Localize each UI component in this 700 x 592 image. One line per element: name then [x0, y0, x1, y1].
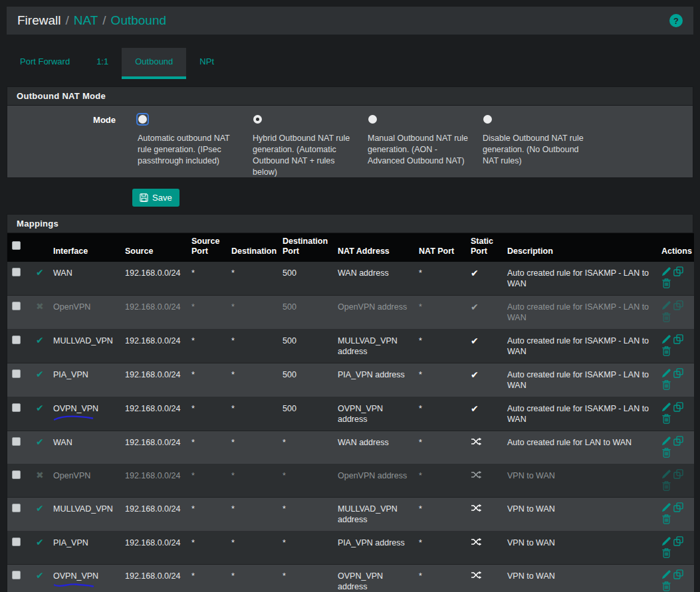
- table-row: ✔PIA_VPN192.168.0.0/24**500PIA_VPN addre…: [7, 363, 694, 397]
- cell-nat-port: *: [414, 330, 466, 363]
- radio-manual[interactable]: [368, 115, 377, 124]
- shuffle-icon: [471, 571, 498, 579]
- copy-icon[interactable]: [673, 402, 683, 412]
- edit-icon[interactable]: [661, 402, 671, 412]
- row-checkbox[interactable]: [12, 538, 21, 546]
- check-icon: ✔: [471, 302, 479, 312]
- breadcrumb-link-outbound[interactable]: Outbound: [111, 13, 166, 28]
- delete-icon[interactable]: [661, 514, 671, 524]
- edit-icon[interactable]: [661, 569, 671, 579]
- cell-destination: *: [227, 262, 278, 296]
- copy-icon[interactable]: [673, 368, 683, 378]
- cell-nat-port: *: [414, 262, 466, 296]
- edit-icon[interactable]: [661, 536, 671, 546]
- delete-icon[interactable]: [661, 346, 671, 356]
- tab-1-1[interactable]: 1:1: [83, 48, 122, 79]
- cell-source-port: *: [187, 464, 227, 498]
- delete-icon[interactable]: [661, 278, 671, 288]
- edit-icon[interactable]: [661, 469, 671, 479]
- row-checkbox[interactable]: [12, 403, 21, 412]
- cell-nat-port: *: [414, 296, 466, 330]
- copy-icon[interactable]: [673, 536, 683, 546]
- tab-outbound[interactable]: Outbound: [122, 48, 186, 79]
- cell-interface: OVPN_VPN: [49, 565, 120, 592]
- delete-icon[interactable]: [661, 448, 671, 458]
- save-button[interactable]: Save: [132, 189, 179, 207]
- cell-destination: *: [227, 565, 278, 592]
- delete-icon[interactable]: [661, 380, 671, 390]
- mode-option-automatic: Automatic outbound NAT rule generation. …: [138, 114, 253, 177]
- copy-icon[interactable]: [673, 436, 683, 446]
- shuffle-icon: [471, 504, 498, 512]
- row-checkbox[interactable]: [12, 336, 21, 344]
- cell-description: Auto created rule for ISAKMP - LAN to WA…: [503, 330, 657, 363]
- cell-destination: *: [227, 363, 278, 397]
- row-checkbox[interactable]: [12, 470, 21, 479]
- cell-interface: OpenVPN: [49, 464, 120, 498]
- edit-icon[interactable]: [661, 368, 671, 378]
- delete-icon[interactable]: [661, 581, 671, 591]
- help-icon[interactable]: ?: [669, 14, 683, 27]
- row-checkbox[interactable]: [12, 268, 21, 276]
- cell-nat-address: OVPN_VPN address: [333, 397, 414, 431]
- save-button-label: Save: [152, 193, 172, 203]
- tab-npt[interactable]: NPt: [186, 48, 227, 79]
- copy-icon[interactable]: [673, 469, 683, 479]
- select-all-checkbox[interactable]: [12, 241, 21, 250]
- select-cell: [7, 397, 31, 431]
- edit-icon[interactable]: [661, 436, 671, 446]
- mappings-table-body: ✔WAN192.168.0.0/24**500WAN address*✔Auto…: [7, 262, 694, 592]
- cell-description: Auto created rule for LAN to WAN: [503, 431, 657, 464]
- radio-disable[interactable]: [483, 115, 492, 124]
- table-row: ✔OVPN_VPN192.168.0.0/24**500OVPN_VPN add…: [7, 397, 694, 431]
- tab-port-forward[interactable]: Port Forward: [7, 48, 83, 79]
- row-checkbox[interactable]: [12, 302, 21, 310]
- cell-actions: [657, 397, 694, 431]
- row-checkbox[interactable]: [12, 437, 21, 446]
- copy-icon[interactable]: [673, 266, 683, 276]
- copy-icon[interactable]: [673, 569, 683, 579]
- cell-nat-port: *: [414, 397, 466, 431]
- cell-description: Auto created rule for ISAKMP - LAN to WA…: [503, 363, 657, 397]
- edit-icon[interactable]: [661, 266, 671, 276]
- delete-icon[interactable]: [661, 548, 671, 558]
- cell-actions: [657, 330, 694, 363]
- copy-icon[interactable]: [673, 502, 683, 512]
- copy-icon[interactable]: [673, 300, 683, 310]
- cell-static-port: [466, 532, 503, 565]
- row-checkbox[interactable]: [12, 369, 21, 378]
- shuffle-icon: [471, 437, 498, 446]
- cell-static-port: [466, 498, 503, 532]
- edit-icon[interactable]: [661, 300, 671, 310]
- copy-icon[interactable]: [673, 334, 683, 344]
- cell-static-port: [466, 565, 503, 592]
- row-checkbox[interactable]: [12, 504, 21, 512]
- row-checkbox[interactable]: [12, 571, 21, 579]
- cell-destination-port: *: [278, 431, 333, 464]
- cell-nat-address: MULLVAD_VPN address: [333, 330, 414, 363]
- header-nat-address: NAT Address: [333, 233, 414, 262]
- table-row: ✔OVPN_VPN192.168.0.0/24***OVPN_VPN addre…: [7, 565, 694, 592]
- check-icon: ✔: [36, 369, 44, 379]
- table-row: ✔PIA_VPN192.168.0.0/24***PIA_VPN address…: [7, 532, 694, 565]
- check-icon: ✔: [36, 570, 44, 581]
- status-cell: ✖: [31, 464, 49, 498]
- status-cell: ✔: [31, 431, 49, 464]
- edit-icon[interactable]: [661, 334, 671, 344]
- cell-destination-port: 500: [278, 397, 333, 431]
- breadcrumb-link-nat[interactable]: NAT: [74, 13, 98, 28]
- table-row: ✖OpenVPN192.168.0.0/24**500OpenVPN addre…: [7, 296, 694, 330]
- cell-static-port: [466, 431, 503, 464]
- header-source-port: Source Port: [187, 233, 227, 262]
- status-cell: ✔: [31, 363, 49, 397]
- radio-hybrid[interactable]: [253, 115, 262, 124]
- delete-icon[interactable]: [661, 312, 671, 322]
- cell-source: 192.168.0.0/24: [120, 431, 187, 464]
- delete-icon[interactable]: [661, 414, 671, 424]
- edit-icon[interactable]: [661, 502, 671, 512]
- delete-icon[interactable]: [661, 481, 671, 491]
- cell-destination-port: *: [278, 532, 333, 565]
- cell-source: 192.168.0.0/24: [120, 464, 187, 498]
- check-icon: ✔: [471, 268, 479, 278]
- radio-automatic[interactable]: [138, 115, 147, 124]
